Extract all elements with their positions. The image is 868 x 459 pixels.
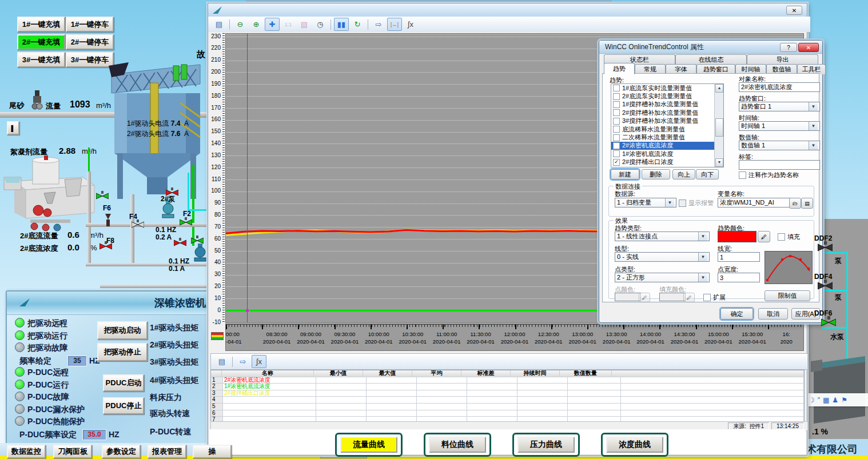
hmi-button[interactable]: 2#一键充填 — [17, 34, 65, 50]
statistics-icon[interactable]: ∫x — [403, 18, 418, 31]
properties-icon[interactable]: ▤ — [214, 355, 229, 368]
one-to-one-icon[interactable]: 1:1 — [281, 18, 296, 31]
trend-list-item[interactable]: 1#底流泵实时流量测量值 — [611, 84, 723, 92]
table-row[interactable]: 12#浓密机底流浓度 — [211, 377, 804, 384]
tab-在线组态[interactable]: 在线组态 — [675, 54, 747, 65]
checkbox[interactable] — [613, 150, 620, 157]
scroll-thumb[interactable] — [715, 118, 723, 137]
list-button-向上[interactable]: 向上 — [672, 169, 695, 179]
trend-list-item[interactable]: 1#搅拌槽补加水流量测量值 — [611, 101, 723, 109]
checkbox[interactable] — [613, 101, 620, 108]
table-row[interactable]: 21#浓密机底流浓度 — [211, 384, 804, 390]
panel-button[interactable]: 把驱动启动 — [97, 321, 148, 340]
point-type-select[interactable]: 2 - 正方形▼ — [615, 273, 710, 282]
trend-window-title-bar[interactable]: ✕ — [208, 3, 807, 17]
extend-checkbox[interactable]: 扩展 — [703, 293, 726, 302]
zoom-area-icon[interactable]: ▧ — [297, 18, 312, 31]
checkbox[interactable] — [613, 118, 620, 125]
dialog-button-确定[interactable]: 确定 — [720, 308, 753, 320]
checkbox[interactable] — [613, 109, 620, 116]
fill-checkbox[interactable]: 填充 — [778, 233, 800, 241]
input-bar-icon[interactable]: ☽ — [809, 396, 815, 404]
checkbox[interactable] — [613, 134, 620, 141]
dialog-title-bar[interactable]: WinCC OnlineTrendControl 属性 ? ✕ — [599, 41, 822, 54]
trend-list-scrollbar[interactable]: ▲▼ — [714, 84, 723, 167]
panel-button[interactable]: PDUC启动 — [103, 374, 144, 392]
table-row[interactable]: 32#搅拌桶出口浓度 — [211, 390, 804, 397]
trend-color-swatch[interactable] — [718, 231, 756, 242]
color-picker-button[interactable]: 🖉 — [758, 231, 770, 242]
timer-icon[interactable]: ◷ — [313, 18, 328, 31]
panel-button[interactable]: PDUC停止 — [103, 397, 144, 414]
curve-button[interactable]: 压力曲线 — [512, 433, 580, 457]
hmi-button[interactable]: 1#一键充填 — [17, 17, 65, 32]
scroll-down-button[interactable]: ▼ — [715, 158, 723, 167]
checkbox[interactable]: ✓ — [613, 142, 620, 149]
detail-button[interactable]: ▌ — [7, 121, 19, 135]
refresh-icon[interactable]: ↻ — [350, 18, 365, 31]
browse-variable-button[interactable]: 🗁 — [789, 198, 801, 209]
trend-list-item[interactable]: 2#底流泵实时流量测量值 — [611, 92, 723, 100]
dialog-help-button[interactable]: ? — [780, 43, 797, 52]
panel-button[interactable]: 把驱动停止 — [97, 343, 148, 361]
curve-button[interactable]: 流量曲线 — [335, 433, 403, 457]
time-axis-select[interactable]: 时间轴 1▼ — [739, 121, 820, 131]
time-axis[interactable]: 00:00-04-0108:30:002020-04-0109:00:00202… — [225, 324, 804, 351]
taskbar-button[interactable]: 操 — [193, 445, 232, 458]
trend-list-item[interactable]: ✓2#浓密机底流浓度 — [611, 142, 723, 150]
taskbar-button[interactable]: 参数设定 — [102, 445, 141, 458]
input-bar-icon[interactable]: ▦ — [823, 396, 829, 404]
dialog-button-取消[interactable]: 取消 — [758, 308, 788, 320]
variable-properties-button[interactable]: ▤ — [801, 198, 813, 209]
value-axis-select[interactable]: 数值轴 1▼ — [739, 141, 820, 150]
hmi-button[interactable]: 2#一键停车 — [66, 34, 114, 50]
taskbar-button[interactable]: 刀阀面板 — [53, 445, 92, 458]
time-cursor[interactable] — [247, 34, 248, 322]
table-row[interactable]: 5 — [211, 404, 804, 410]
table-row[interactable]: 4 — [211, 397, 804, 404]
time-axis-legend-icon[interactable] — [211, 332, 224, 340]
curve-button[interactable]: 浓度曲线 — [601, 433, 668, 457]
taskbar-button[interactable]: 报表管理 — [148, 445, 186, 458]
checkbox[interactable] — [613, 93, 620, 100]
line-type-select[interactable]: 0 - 实线▼ — [615, 252, 710, 262]
statistics-table[interactable]: 名称最小值最大值平均标准差持续时间数值数量12#浓密机底流浓度21#浓密机底流浓… — [210, 370, 805, 422]
trend-list-item[interactable]: 3#搅拌槽补加水流量测量值 — [611, 117, 723, 125]
export-icon[interactable]: ⇨ — [371, 18, 386, 31]
point-width-input[interactable]: 3 — [718, 273, 760, 282]
trend-list-item[interactable]: 二次稀释水流量测量值 — [611, 133, 723, 141]
trend-list-item[interactable]: 2#搅拌槽补加水流量测量值 — [611, 109, 723, 117]
trend-list[interactable]: 1#底流泵实时流量测量值2#底流泵实时流量测量值1#搅拌槽补加水流量测量值2#搅… — [611, 83, 724, 167]
input-bar-icon[interactable]: ⚑ — [841, 396, 847, 404]
input-bar-icon[interactable]: ″ — [818, 396, 820, 404]
list-button-删除[interactable]: 删除 — [642, 169, 670, 179]
pan-icon[interactable]: ✚ — [265, 18, 280, 31]
curve-button[interactable]: 料位曲线 — [424, 433, 491, 457]
dialog-close-button[interactable]: ✕ — [798, 43, 819, 52]
object-name-input[interactable]: 2#浓密机底流浓度 — [739, 82, 820, 92]
checkbox[interactable] — [613, 85, 620, 91]
list-button-向下[interactable]: 向下 — [696, 169, 719, 179]
export-icon[interactable]: ⇨ — [236, 355, 250, 368]
trend-type-select[interactable]: 1 - 线性连接点▼ — [615, 232, 710, 241]
data-source-select[interactable]: 1 - 归档变量▼ — [615, 198, 676, 207]
pause-icon[interactable]: ▮▮ — [334, 18, 349, 31]
hmi-button[interactable]: 3#一键充填 — [17, 52, 65, 67]
checkbox[interactable]: ✓ — [613, 159, 620, 166]
input-bar-icon[interactable]: ♟ — [832, 396, 838, 404]
list-button-新建[interactable]: 新建 — [611, 169, 639, 179]
scroll-up-button[interactable]: ▲ — [715, 84, 723, 93]
variable-name-input[interactable]: 浓度\WMJ1_ND_AI — [718, 198, 791, 207]
checkbox[interactable] — [613, 126, 620, 133]
taskbar-button[interactable]: 数据监控 — [7, 445, 46, 458]
properties-icon[interactable]: ▤ — [212, 18, 226, 31]
zoom-horizontal-icon[interactable]: ⊖ — [233, 18, 248, 31]
line-width-input[interactable]: 1 — [718, 252, 760, 262]
zoom-vertical-icon[interactable]: ⊕ — [249, 18, 264, 31]
tab-趋势[interactable]: 趋势 — [604, 63, 635, 74]
tab-导出[interactable]: 导出 — [747, 54, 818, 65]
tag-input[interactable] — [739, 160, 820, 170]
comment-as-name-checkbox[interactable]: 注释作为趋势名称 — [739, 171, 799, 179]
hmi-button[interactable]: 1#一键停车 — [66, 17, 114, 32]
trend-window-select[interactable]: 趋势窗口 1▼ — [739, 102, 820, 111]
